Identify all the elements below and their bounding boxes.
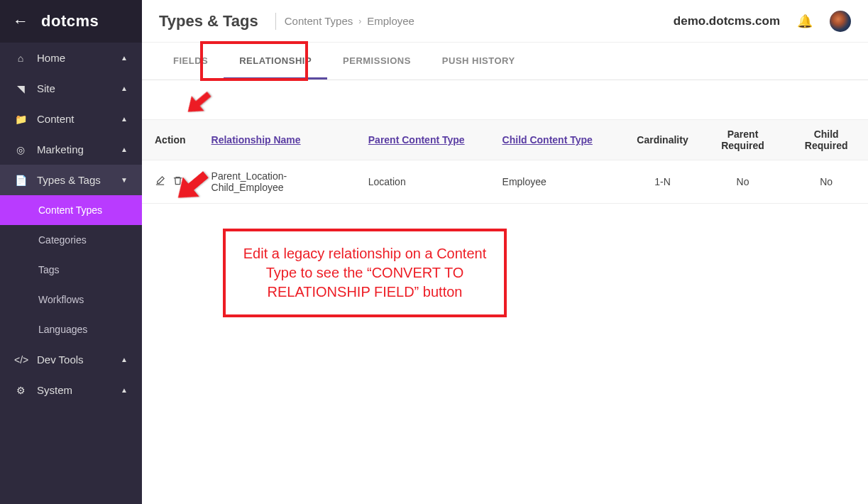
cell-parent-required: No [701, 160, 785, 204]
sidebar-item-label: Categories [38, 234, 87, 246]
home-icon: ⌂ [14, 53, 27, 64]
logo-pre: dot [41, 12, 67, 30]
page-title: Types & Tags [159, 12, 258, 31]
code-icon: </> [14, 354, 27, 366]
edit-icon[interactable] [155, 175, 165, 188]
cell-cardinality: 1-N [624, 160, 701, 204]
annotation-callout: Edit a legacy relationship on a Content … [223, 229, 507, 317]
col-action: Action [142, 120, 199, 160]
sidebar-item-site[interactable]: ◥ Site ▲ [0, 73, 142, 104]
table-header-row: Action Relationship Name Parent Content … [142, 120, 868, 160]
sidebar-subitem-content-types[interactable]: Content Types [0, 195, 142, 225]
file-icon: 📄 [14, 175, 27, 186]
col-parent-content-type[interactable]: Parent Content Type [356, 120, 490, 160]
site-label[interactable]: demo.dotcms.com [674, 14, 780, 28]
tab-push-history[interactable]: PUSH HISTORY [427, 43, 531, 80]
cell-child-content-type: Employee [490, 160, 625, 204]
logo-bold: cms [67, 12, 99, 30]
chevron-up-icon: ▲ [121, 115, 128, 123]
cell-relationship-name: Parent_Location-Child_Employee [199, 160, 356, 204]
trash-icon[interactable] [172, 175, 183, 188]
bell-icon[interactable]: 🔔 [797, 13, 813, 29]
relationship-table: Action Relationship Name Parent Content … [142, 119, 868, 204]
annotation-callout-text: Edit a legacy relationship on a Content … [243, 246, 486, 300]
sidebar-subitem-tags[interactable]: Tags [0, 255, 142, 285]
tabs: FIELDS RELATIONSHIP PERMISSIONS PUSH HIS… [142, 43, 868, 80]
table-row[interactable]: Parent_Location-Child_Employee Location … [142, 160, 868, 204]
col-child-content-type[interactable]: Child Content Type [490, 120, 625, 160]
main-area: Types & Tags Content Types › Employee de… [142, 0, 868, 504]
tab-fields[interactable]: FIELDS [158, 43, 224, 80]
sidebar-item-home[interactable]: ⌂ Home ▲ [0, 43, 142, 73]
sidebar-item-label: Home [37, 52, 65, 64]
col-cardinality: Cardinality [624, 120, 701, 160]
tab-permissions[interactable]: PERMISSIONS [327, 43, 427, 80]
logo: dotcms [41, 12, 99, 31]
cell-child-required: No [784, 160, 868, 204]
content-area: FIELDS RELATIONSHIP PERMISSIONS PUSH HIS… [142, 43, 868, 504]
col-relationship-name[interactable]: Relationship Name [199, 120, 356, 160]
sidebar-item-label: System [37, 384, 72, 396]
cell-action [142, 160, 199, 204]
table-wrap: Action Relationship Name Parent Content … [142, 119, 868, 204]
cell-parent-content-type: Location [356, 160, 490, 204]
sidebar-item-content[interactable]: 📁 Content ▲ [0, 104, 142, 134]
folder-icon: 📁 [14, 114, 27, 125]
sidebar-subitem-workflows[interactable]: Workflows [0, 285, 142, 314]
sidebar-item-label: Content [37, 113, 75, 125]
chevron-up-icon: ▲ [121, 84, 128, 92]
sidebar-item-label: Languages [38, 324, 87, 335]
nav-list: ⌂ Home ▲ ◥ Site ▲ 📁 Content ▲ ◎ Marketin… [0, 43, 142, 405]
sidebar-item-marketing[interactable]: ◎ Marketing ▲ [0, 134, 142, 165]
breadcrumb-link-content-types[interactable]: Content Types [285, 15, 353, 27]
svg-marker-0 [182, 87, 216, 119]
avatar[interactable] [830, 11, 851, 32]
col-parent-required: Parent Required [701, 120, 785, 160]
back-arrow-icon[interactable]: ← [13, 12, 28, 31]
sidebar-subitem-languages[interactable]: Languages [0, 314, 142, 344]
breadcrumb-current: Employee [367, 15, 414, 27]
breadcrumb: Content Types › Employee [285, 15, 414, 27]
sidebar-item-label: Marketing [37, 143, 84, 155]
sidebar-item-label: Dev Tools [37, 354, 84, 366]
sidebar-item-system[interactable]: ⚙ System ▲ [0, 375, 142, 405]
sidebar-subitem-categories[interactable]: Categories [0, 225, 142, 255]
chevron-up-icon: ▲ [121, 146, 128, 153]
header-bar: Types & Tags Content Types › Employee de… [142, 0, 868, 43]
chevron-up-icon: ▲ [121, 356, 128, 363]
sidebar-item-dev-tools[interactable]: </> Dev Tools ▲ [0, 344, 142, 375]
gear-icon: ⚙ [14, 385, 27, 396]
sidebar-item-label: Workflows [38, 294, 84, 305]
sidebar: ← dotcms ⌂ Home ▲ ◥ Site ▲ 📁 Content ▲ ◎… [0, 0, 142, 504]
col-child-required: Child Required [784, 120, 868, 160]
sidebar-item-label: Tags [38, 264, 60, 275]
sidebar-header: ← dotcms [0, 0, 142, 43]
chevron-down-icon: ▼ [121, 176, 128, 184]
tab-relationship[interactable]: RELATIONSHIP [224, 43, 327, 80]
chevron-up-icon: ▲ [121, 386, 128, 394]
target-icon: ◎ [14, 144, 27, 155]
sidebar-item-types-tags[interactable]: 📄 Types & Tags ▼ [0, 165, 142, 195]
sidebar-item-label: Content Types [38, 204, 102, 216]
sidebar-item-label: Site [37, 82, 55, 94]
sitemap-icon: ◥ [14, 83, 27, 94]
nav-sub-types-tags: Content Types Categories Tags Workflows … [0, 195, 142, 344]
chevron-up-icon: ▲ [121, 54, 128, 62]
chevron-right-icon: › [358, 16, 361, 26]
sidebar-item-label: Types & Tags [37, 174, 101, 186]
breadcrumb-separator [275, 13, 276, 30]
header-right: demo.dotcms.com 🔔 [674, 11, 851, 32]
